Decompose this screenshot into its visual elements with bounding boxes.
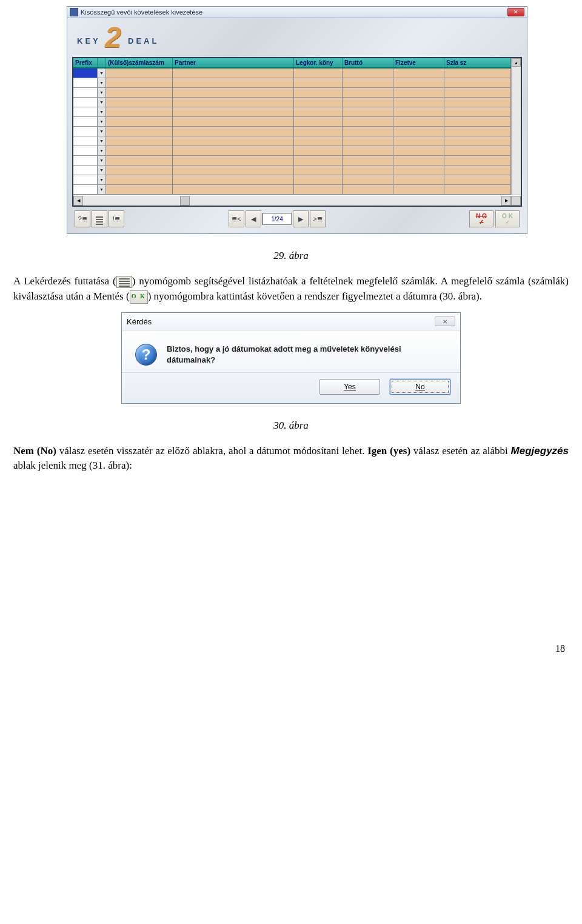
dropdown-icon[interactable]: ▼: [98, 117, 106, 126]
save-ok-button[interactable]: O K✓: [495, 210, 520, 227]
nav-last-button[interactable]: >≣: [310, 210, 326, 227]
vertical-scrollbar[interactable]: ▲: [511, 58, 521, 195]
col-prefix[interactable]: Prefix: [73, 58, 98, 67]
page-number: 18: [0, 643, 565, 654]
table-row[interactable]: ▼: [73, 146, 511, 156]
table-row[interactable]: ▼: [73, 136, 511, 146]
dialog-titlebar: Kérdés ✕: [122, 313, 460, 330]
ok-save-icon: O K: [130, 290, 148, 304]
app-window-kivezetes: Kisösszegű vevői követelések kivezetése …: [67, 6, 527, 234]
logo-key-text: KEY: [77, 36, 101, 45]
nav-next-button[interactable]: ▶: [293, 210, 309, 227]
window-body: KEY 2 DEAL Prefix (Külső)számlaszám Part…: [67, 18, 527, 233]
close-icon[interactable]: ✕: [435, 316, 455, 326]
paragraph-2: Nem (No) válasz esetén visszatér az előz…: [13, 444, 569, 474]
scroll-right-icon[interactable]: ▶: [501, 196, 511, 206]
app-icon: [70, 8, 78, 16]
figure-caption-30: 30. ábra: [12, 420, 570, 432]
run-query-icon: [116, 276, 132, 288]
titlebar: Kisösszegű vevői követelések kivezetése …: [67, 7, 527, 18]
dropdown-icon[interactable]: ▼: [98, 127, 106, 136]
nav-first-button[interactable]: ≣<: [229, 210, 244, 227]
dropdown-icon[interactable]: ▼: [98, 78, 106, 87]
logo-deal-text: DEAL: [128, 36, 159, 45]
table-row[interactable]: ▼: [73, 69, 511, 78]
col-szla-sz[interactable]: Szla sz: [444, 58, 511, 67]
table-row[interactable]: ▼: [73, 98, 511, 107]
no-button[interactable]: No: [390, 379, 450, 395]
cancel-no-button[interactable]: N O✗: [469, 210, 493, 227]
yes-button[interactable]: Yes: [319, 379, 380, 395]
dropdown-icon[interactable]: ▼: [98, 185, 106, 194]
filter-button[interactable]: ?≣: [75, 210, 90, 227]
logo: KEY 2 DEAL: [72, 23, 522, 53]
scroll-up-icon[interactable]: ▲: [512, 58, 521, 67]
col-legkor-kony[interactable]: Legkor. köny: [294, 58, 343, 67]
dialog-title: Kérdés: [127, 317, 152, 326]
grid-header: Prefix (Külső)számlaszám Partner Legkor.…: [73, 58, 511, 69]
dropdown-icon[interactable]: ▼: [98, 88, 106, 97]
footer-toolbar: ?≣ !≣ ≣< ◀ 1/24 ▶ >≣ N O✗ O: [72, 207, 522, 229]
table-row[interactable]: ▼: [73, 175, 511, 185]
scroll-left-icon[interactable]: ◀: [73, 196, 83, 206]
figure-caption-29: 29. ábra: [12, 250, 570, 262]
dropdown-icon[interactable]: ▼: [98, 175, 106, 184]
table-row[interactable]: ▼: [73, 166, 511, 175]
clear-button[interactable]: !≣: [109, 210, 124, 227]
dialog-message: Biztos, hogy a jó dátumokat adott meg a …: [167, 344, 447, 366]
col-partner[interactable]: Partner: [173, 58, 294, 67]
logo-2-glyph: 2: [105, 21, 121, 54]
table-row[interactable]: ▼: [73, 107, 511, 117]
grid-container: Prefix (Külső)számlaszám Partner Legkor.…: [72, 57, 522, 207]
scrollbar-thumb[interactable]: [180, 196, 190, 206]
horizontal-scrollbar[interactable]: ◀ ▶: [73, 195, 521, 206]
paragraph-1: A Lekérdezés futtatása () nyomógomb segí…: [13, 274, 569, 304]
col-fizetve[interactable]: Fizetve: [393, 58, 444, 67]
question-icon: ?: [135, 344, 157, 366]
dropdown-icon[interactable]: ▼: [98, 98, 106, 107]
table-row[interactable]: ▼: [73, 156, 511, 166]
window-title: Kisösszegű vevői követelések kivezetése: [81, 8, 202, 16]
col-kulso-szamlaszam[interactable]: (Külső)számlaszám: [106, 58, 173, 67]
table-row[interactable]: ▼: [73, 88, 511, 98]
page-indicator: 1/24: [263, 213, 292, 225]
dropdown-icon[interactable]: ▼: [98, 166, 106, 175]
table-row[interactable]: ▼: [73, 78, 511, 88]
dropdown-icon[interactable]: ▼: [98, 69, 106, 78]
close-icon[interactable]: ✕: [507, 8, 524, 16]
nav-prev-button[interactable]: ◀: [246, 210, 261, 227]
table-row[interactable]: ▼: [73, 185, 511, 195]
dropdown-icon[interactable]: ▼: [98, 107, 106, 116]
dropdown-icon[interactable]: ▼: [98, 146, 106, 155]
col-brutto[interactable]: Bruttó: [343, 58, 393, 67]
dropdown-icon[interactable]: ▼: [98, 156, 106, 165]
run-query-button[interactable]: [92, 210, 107, 227]
table-row[interactable]: ▼: [73, 127, 511, 136]
table-row[interactable]: ▼: [73, 117, 511, 127]
confirm-dialog: Kérdés ✕ ? Biztos, hogy a jó dátumokat a…: [121, 312, 461, 403]
dropdown-icon[interactable]: ▼: [98, 136, 106, 146]
